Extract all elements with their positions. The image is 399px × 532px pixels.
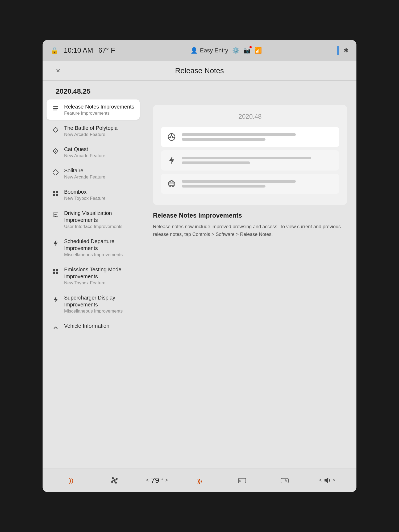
list-item-catquest[interactable]: Cat Quest New Arcade Feature	[47, 142, 140, 162]
svg-rect-8	[56, 191, 58, 193]
list-item-text: Scheduled Departure Improvements Miscell…	[64, 238, 135, 257]
rear-heat-left-button[interactable]	[221, 476, 263, 485]
temp-unit: °	[161, 478, 163, 483]
svg-rect-6	[53, 169, 59, 175]
preview-line	[182, 161, 250, 164]
status-left: 🔒 10:10 AM 67° F	[51, 46, 115, 55]
list-item-scheduled-departure[interactable]: Scheduled Departure Improvements Miscell…	[47, 234, 140, 261]
list-item-title: Boombox	[64, 188, 135, 195]
preview-line	[182, 180, 296, 183]
list-item-title: Release Notes Improvements	[64, 103, 135, 110]
preview-card: 2020.48	[153, 105, 347, 205]
easy-entry-button[interactable]: 👤 Easy Entry	[190, 47, 228, 54]
svg-rect-9	[53, 194, 55, 196]
preview-line	[182, 133, 296, 136]
brightness-icon[interactable]: ⚙️	[232, 47, 239, 54]
list-item-subtitle: New Arcade Feature	[64, 153, 135, 159]
volume-increase-button[interactable]: >	[332, 477, 335, 483]
signal-bar	[337, 46, 339, 55]
version-label: 2020.48.25	[43, 81, 356, 99]
bolt-preview-icon	[166, 155, 177, 166]
svg-rect-0	[53, 106, 58, 107]
seat-heat-center-button[interactable]	[178, 476, 221, 485]
list-item-title: Supercharger Display Improvements	[64, 294, 135, 308]
heat-seat-left-button[interactable]	[51, 476, 93, 485]
temp-decrease-button[interactable]: <	[146, 477, 149, 483]
svg-rect-15	[56, 272, 58, 274]
preview-line	[182, 157, 311, 159]
list-item-text: The Battle of Polytopia New Arcade Featu…	[64, 124, 135, 137]
preview-version: 2020.48	[161, 113, 339, 120]
svg-point-17	[171, 136, 173, 138]
camera-icon[interactable]: 📷	[243, 47, 251, 54]
svg-rect-28	[281, 478, 288, 483]
svg-rect-14	[53, 272, 55, 274]
list-item-subtitle: Miscellaneous Improvements	[64, 309, 135, 314]
list-item-text: Driving Visualization Improvements User …	[64, 210, 135, 229]
list-item-emissions[interactable]: Emissions Testing Mode Improvements New …	[47, 262, 140, 289]
list-item-title: Vehicle Information	[64, 322, 135, 329]
list-item-subtitle: New Arcade Feature	[64, 174, 135, 180]
list-item-subtitle: New Toybox Feature	[64, 196, 135, 201]
bluetooth-icon: ✱	[344, 47, 348, 54]
svg-rect-3	[53, 127, 58, 132]
list-item-text: Cat Quest New Arcade Feature	[64, 146, 135, 159]
preview-lines	[182, 133, 334, 141]
svg-rect-10	[56, 194, 58, 196]
list-item-vehicle-info[interactable]: Vehicle Information	[47, 319, 140, 336]
list-item-subtitle: New Toybox Feature	[64, 280, 135, 286]
list-item-release-notes[interactable]: Release Notes Improvements Feature Impro…	[47, 99, 140, 120]
rear-heat-right-button[interactable]	[263, 476, 306, 485]
fan-button[interactable]	[93, 476, 136, 485]
list-item-driving-viz[interactable]: Driving Visualization Improvements User …	[47, 206, 140, 233]
list-item-subtitle: Miscellaneous Improvements	[64, 252, 135, 257]
list-item-text: Release Notes Improvements Feature Impro…	[64, 103, 135, 116]
svg-rect-12	[53, 269, 55, 271]
list-item-text: Solitaire New Arcade Feature	[64, 167, 135, 180]
detail-title: Release Notes Improvements	[153, 212, 347, 219]
content-area: Release Notes Improvements Feature Impro…	[43, 99, 356, 468]
list-item-title: Scheduled Departure Improvements	[64, 238, 135, 252]
page-title: Release Notes	[175, 66, 224, 75]
header: × Release Notes	[43, 61, 356, 81]
list-item-text: Emissions Testing Mode Improvements New …	[64, 266, 135, 286]
svg-rect-2	[53, 110, 57, 110]
bolt-icon	[51, 295, 60, 304]
volume-decrease-button[interactable]: <	[319, 477, 322, 483]
detail-body: Release notes now include improved brows…	[153, 223, 347, 238]
list-item-text: Supercharger Display Improvements Miscel…	[64, 294, 135, 314]
list-item-title: The Battle of Polytopia	[64, 124, 135, 131]
main-screen: 🔒 10:10 AM 67° F 👤 Easy Entry ⚙️ 📷 📶 ✱ ×…	[43, 40, 356, 492]
detail-section: Release Notes Improvements Release notes…	[153, 212, 347, 238]
list-item-title: Solitaire	[64, 167, 135, 174]
list-item-subtitle: Feature Improvements	[64, 111, 135, 116]
screen-icon	[51, 210, 60, 220]
list-item-supercharger[interactable]: Supercharger Display Improvements Miscel…	[47, 290, 140, 318]
list-item-polytopia[interactable]: The Battle of Polytopia New Arcade Featu…	[47, 121, 140, 141]
list-item-boombox[interactable]: Boombox New Toybox Feature	[47, 185, 140, 205]
list-item-title: Cat Quest	[64, 146, 135, 153]
diamond-icon	[51, 146, 60, 156]
diamond-icon	[51, 168, 60, 177]
sidebar-list: Release Notes Improvements Feature Impro…	[43, 99, 144, 468]
close-button[interactable]: ×	[56, 66, 60, 75]
temp-value: 79	[151, 476, 159, 485]
chevron-up-icon	[51, 323, 60, 332]
main-content: 2020.48.25 Release Notes Improvements Fe…	[43, 81, 356, 468]
temp-increase-button[interactable]: >	[165, 477, 168, 483]
lock-icon: 🔒	[51, 47, 59, 54]
status-center: 👤 Easy Entry ⚙️ 📷 📶	[115, 47, 337, 54]
list-item-title: Driving Visualization Improvements	[64, 210, 135, 223]
grid-icon	[51, 267, 60, 276]
right-panel: 2020.48	[144, 99, 356, 468]
list-item-title: Emissions Testing Mode Improvements	[64, 266, 135, 280]
preview-line	[182, 185, 265, 188]
list-item-text: Boombox New Toybox Feature	[64, 188, 135, 201]
temperature-control: < 79° >	[136, 476, 178, 485]
preview-item-steering	[161, 127, 339, 147]
svg-rect-11	[53, 213, 58, 216]
climate-bar: < 79° > <	[43, 468, 356, 492]
list-item-solitaire[interactable]: Solitaire New Arcade Feature	[47, 163, 140, 184]
preview-item-bolt	[161, 150, 339, 171]
status-temp: 67° F	[98, 46, 115, 55]
